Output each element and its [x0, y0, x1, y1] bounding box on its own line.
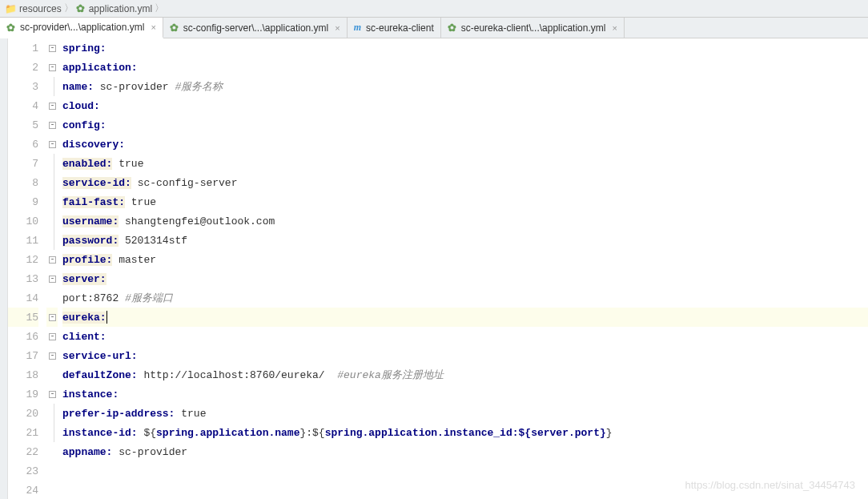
fold-icon[interactable] — [49, 314, 56, 321]
tab-label: sc-config-server\...\application.yml — [183, 22, 328, 34]
code-editor[interactable]: 123456789101112131415161718192021222324 … — [0, 38, 868, 499]
code-line: service-url: — [62, 346, 868, 365]
watermark: https://blog.csdn.net/sinat_34454743 — [685, 479, 856, 491]
code-line: prefer-ip-address: true — [62, 404, 868, 423]
code-line: config: — [62, 115, 868, 135]
breadcrumb: 📁 resources 〉 ✿ application.yml 〉 — [0, 0, 868, 18]
tab-label: sc-eureka-client\...\application.yml — [461, 22, 606, 34]
code-line: fail-fast: true — [62, 192, 868, 211]
code-line — [62, 461, 868, 481]
code-line: name: sc-provider #服务名称 — [62, 77, 868, 96]
fold-icon[interactable] — [49, 256, 56, 264]
fold-icon[interactable] — [49, 391, 56, 398]
yml-icon: ✿ — [6, 22, 15, 34]
yml-icon: ✿ — [76, 2, 85, 14]
code-line-current: eureka: — [62, 308, 868, 327]
code-line: client: — [62, 327, 868, 346]
chevron-right-icon: 〉 — [155, 2, 164, 15]
tab-eureka-client[interactable]: m sc-eureka-client — [348, 18, 441, 38]
maven-icon: m — [354, 22, 361, 34]
code-line: instance: — [62, 384, 868, 404]
tab-application-yml-provider[interactable]: ✿ sc-provider\...\application.yml × — [0, 18, 163, 38]
chevron-right-icon: 〉 — [64, 2, 74, 15]
code-line: server: — [62, 269, 868, 288]
code-line: application: — [62, 58, 868, 77]
line-number-gutter: 123456789101112131415161718192021222324 — [8, 38, 46, 499]
yml-icon: ✿ — [170, 22, 179, 34]
fold-icon[interactable] — [49, 333, 56, 340]
breadcrumb-label: resources — [19, 3, 62, 14]
code-line: instance-id: ${spring.application.name}:… — [62, 423, 868, 442]
code-line: discovery: — [62, 135, 868, 154]
breadcrumb-item[interactable]: ✿ application.yml — [76, 2, 152, 14]
fold-gutter — [46, 38, 58, 499]
fold-icon[interactable] — [49, 141, 56, 148]
breadcrumb-item[interactable]: 📁 resources — [5, 3, 62, 14]
close-icon[interactable]: × — [335, 23, 340, 33]
code-line: cloud: — [62, 96, 868, 115]
breadcrumb-label: application.yml — [89, 3, 152, 14]
fold-icon[interactable] — [49, 352, 56, 360]
code-line: enabled: true — [62, 154, 868, 173]
code-line: defaultZone: http://localhost:8760/eurek… — [62, 365, 868, 384]
code-line: username: shangtengfei@outlook.com — [62, 211, 868, 231]
tab-application-yml-eureka[interactable]: ✿ sc-eureka-client\...\application.yml × — [441, 18, 625, 38]
fold-icon[interactable] — [49, 64, 56, 71]
close-icon[interactable]: × — [151, 22, 155, 32]
code-line: profile: master — [62, 250, 868, 269]
code-line: spring: — [62, 38, 868, 58]
folder-icon: 📁 — [5, 3, 17, 14]
yml-icon: ✿ — [448, 22, 456, 34]
text-cursor — [106, 311, 107, 324]
code-content[interactable]: spring: application: name: sc-provider #… — [58, 38, 868, 499]
fold-icon[interactable] — [49, 122, 56, 129]
tab-application-yml-config[interactable]: ✿ sc-config-server\...\application.yml × — [163, 18, 348, 38]
code-line: appname: sc-provider — [62, 442, 868, 461]
tab-label: sc-eureka-client — [366, 22, 434, 34]
close-icon[interactable]: × — [612, 23, 617, 33]
code-line: password: 5201314stf — [62, 231, 868, 250]
fold-icon[interactable] — [49, 45, 56, 52]
tab-label: sc-provider\...\application.yml — [20, 22, 144, 33]
fold-icon[interactable] — [49, 276, 56, 283]
code-line: service-id: sc-config-server — [62, 173, 868, 192]
editor-tabs: ✿ sc-provider\...\application.yml × ✿ sc… — [0, 18, 868, 38]
code-line: port:8762 #服务端口 — [62, 288, 868, 308]
editor-sidebar-strip — [0, 38, 8, 499]
fold-icon[interactable] — [49, 103, 56, 110]
